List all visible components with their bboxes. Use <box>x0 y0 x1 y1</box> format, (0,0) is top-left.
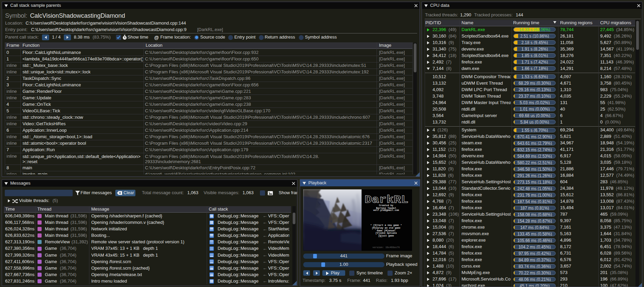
svg-text:wolf.pld@gmail.com: wolf.pld@gmail.com <box>373 209 399 212</box>
svg-text:* [S]tart a new game *: * [S]tart a new game * <box>370 224 402 227</box>
svg-text:[Q]uit game: [Q]uit game <box>378 234 394 237</box>
svg-text:version: 15c455ee76: version: 15c455ee76 <box>372 246 400 249</box>
svg-text:Created by: Created by <box>379 204 394 207</box>
